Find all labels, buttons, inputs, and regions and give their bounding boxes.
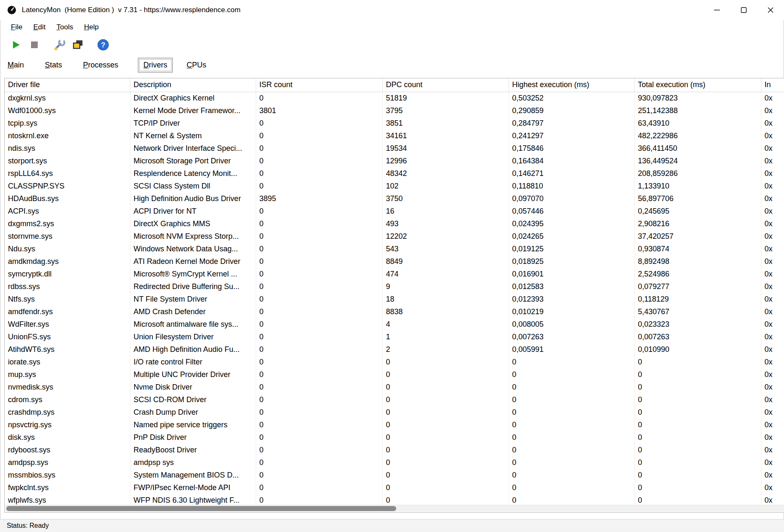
table-row[interactable]: amdkmdag.sys ATI Radeon Kernel Mode Driv… [5, 255, 784, 268]
column-header-clipped[interactable]: In [761, 78, 784, 92]
column-header-description[interactable]: Description [130, 78, 256, 92]
horizontal-scrollbar[interactable] [5, 505, 784, 512]
table-row[interactable]: fwpkclnt.sys FWP/IPsec Kernel-Mode API 0… [5, 481, 784, 494]
table-row[interactable]: WdFilter.sys Microsoft antimalware file … [5, 318, 784, 331]
cell-description: AMD High Definition Audio Fu... [130, 343, 256, 356]
cell-driver-file: storport.sys [5, 155, 130, 167]
tab-drivers-accel: D [143, 61, 149, 69]
cell-description: Microsoft Storage Port Driver [130, 155, 256, 167]
column-header-isr-count[interactable]: ISR count [256, 78, 382, 92]
table-row[interactable]: Wdf01000.sys Kernel Mode Driver Framewor… [5, 104, 784, 117]
tab-main[interactable]: Main [6, 58, 25, 72]
cell-dpc-count: 543 [382, 243, 509, 255]
table-row[interactable]: iorate.sys I/O rate control Filter 0 0 0… [5, 356, 784, 368]
cell-dpc-count: 0 [382, 393, 509, 406]
start-monitoring-button[interactable] [7, 36, 25, 54]
cell-isr-count: 0 [256, 180, 382, 192]
cell-driver-file: symcryptk.dll [5, 268, 130, 280]
column-header-total-execution[interactable]: Total execution (ms) [634, 78, 761, 92]
maximize-button[interactable] [730, 0, 757, 20]
cell-total-execution: 0 [634, 356, 761, 368]
menu-tools[interactable]: Tools [52, 21, 78, 33]
cell-isr-count: 0 [256, 368, 382, 381]
table-row[interactable]: mup.sys Multiple UNC Provider Driver 0 0… [5, 368, 784, 381]
help-button[interactable]: ? [94, 36, 112, 54]
menu-help[interactable]: Help [80, 21, 103, 33]
cell-isr-count: 0 [256, 393, 382, 406]
table-row[interactable]: ACPI.sys ACPI Driver for NT 0 16 0,05744… [5, 205, 784, 217]
table-row[interactable]: crashdmp.sys Crash Dump Driver 0 0 0 0 0… [5, 406, 784, 418]
stop-monitoring-button[interactable] [25, 36, 44, 54]
table-row[interactable]: UnionFS.sys Union Filesystem Driver 0 1 … [5, 331, 784, 343]
table-row[interactable]: stornvme.sys Microsoft NVM Express Storp… [5, 230, 784, 243]
table-row[interactable]: AtihdWT6.sys AMD High Definition Audio F… [5, 343, 784, 356]
menu-file[interactable]: File [7, 21, 26, 33]
cell-dpc-count: 3795 [382, 104, 509, 117]
minimize-icon [713, 6, 721, 14]
table-row[interactable]: dxgmms2.sys DirectX Graphics MMS 0 493 0… [5, 217, 784, 230]
column-header-highest-execution[interactable]: Highest execution (ms) [509, 78, 634, 92]
table-row[interactable]: disk.sys PnP Disk Driver 0 0 0 0 0x [5, 431, 784, 444]
cell-driver-file: fwpkclnt.sys [5, 481, 130, 494]
cell-isr-count: 0 [256, 205, 382, 217]
cell-total-execution: 8,892498 [634, 255, 761, 268]
horizontal-scrollbar-thumb[interactable] [6, 506, 396, 511]
minimize-button[interactable] [704, 0, 730, 20]
cell-clipped: 0x [761, 192, 784, 205]
table-row[interactable]: rdbss.sys Redirected Drive Buffering Su.… [5, 280, 784, 293]
cell-description: High Definition Audio Bus Driver [130, 192, 256, 205]
cell-description: Microsoft NVM Express Storp... [130, 230, 256, 243]
column-header-dpc-count[interactable]: DPC count [382, 78, 509, 92]
tab-cpus[interactable]: CPUs [185, 58, 208, 72]
table-row[interactable]: dxgkrnl.sys DirectX Graphics Kernel 0 51… [5, 92, 784, 104]
cell-isr-count: 0 [256, 167, 382, 180]
close-button[interactable] [757, 0, 784, 20]
cell-clipped: 0x [761, 469, 784, 481]
cell-description: Microsoft® SymCrypt Kernel ... [130, 268, 256, 280]
cell-driver-file: amdfendr.sys [5, 305, 130, 318]
table-row[interactable]: HDAudBus.sys High Definition Audio Bus D… [5, 192, 784, 205]
table-row[interactable]: cdrom.sys SCSI CD-ROM Driver 0 0 0 0 0x [5, 393, 784, 406]
cell-total-execution: 0,010990 [634, 343, 761, 356]
table-row[interactable]: tcpip.sys TCP/IP Driver 0 3851 0,284797 … [5, 117, 784, 129]
cell-description: Union Filesystem Driver [130, 331, 256, 343]
cell-total-execution: 0 [634, 431, 761, 444]
cell-total-execution: 63,43910 [634, 117, 761, 129]
title-bar[interactable]: LatencyMon (Home Edition ) v 7.31 - http… [0, 0, 784, 20]
cell-highest-execution: 0,007263 [509, 331, 634, 343]
table-row[interactable]: storport.sys Microsoft Storage Port Driv… [5, 155, 784, 167]
cell-dpc-count: 0 [382, 481, 509, 494]
table-row[interactable]: rdyboost.sys ReadyBoost Driver 0 0 0 0 0… [5, 444, 784, 456]
table-row[interactable]: ndis.sys Network Driver Interface Speci.… [5, 142, 784, 155]
table-row[interactable]: Ndu.sys Windows Network Data Usag... 0 5… [5, 243, 784, 255]
cell-dpc-count: 12996 [382, 155, 509, 167]
tab-drivers[interactable]: Drivers [138, 58, 173, 72]
table-row[interactable]: symcryptk.dll Microsoft® SymCrypt Kernel… [5, 268, 784, 280]
tab-stats[interactable]: Stats [44, 58, 63, 72]
options-button[interactable] [50, 36, 69, 54]
cell-clipped: 0x [761, 142, 784, 155]
report-button[interactable] [69, 36, 87, 54]
table-row[interactable]: Ntfs.sys NT File System Driver 0 18 0,01… [5, 293, 784, 305]
cell-isr-count: 3801 [256, 104, 382, 117]
cell-clipped: 0x [761, 456, 784, 469]
table-row[interactable]: amdfendr.sys AMD Crash Defender 0 8838 0… [5, 305, 784, 318]
cell-driver-file: CLASSPNP.SYS [5, 180, 130, 192]
table-row[interactable]: nvmedisk.sys Nvme Disk Driver 0 0 0 0 0x [5, 381, 784, 393]
table-row[interactable]: mssmbios.sys System Management BIOS D...… [5, 469, 784, 481]
cell-highest-execution: 0 [509, 456, 634, 469]
cell-highest-execution: 0,005991 [509, 343, 634, 356]
tab-processes[interactable]: Processes [82, 58, 119, 72]
cell-total-execution: 251,142388 [634, 104, 761, 117]
column-header-driver-file[interactable]: Driver file [5, 78, 130, 92]
table-row[interactable]: ntoskrnl.exe NT Kernel & System 0 34161 … [5, 129, 784, 142]
cell-highest-execution: 0,284797 [509, 117, 634, 129]
table-row[interactable]: CLASSPNP.SYS SCSI Class System Dll 0 102… [5, 180, 784, 192]
table-row[interactable]: amdpsp.sys amdpsp sys 0 0 0 0 0x [5, 456, 784, 469]
menu-edit[interactable]: Edit [29, 21, 49, 33]
play-icon [10, 39, 21, 50]
cell-dpc-count: 0 [382, 469, 509, 481]
cell-dpc-count: 19534 [382, 142, 509, 155]
table-row[interactable]: rspLLL64.sys Resplendence Latency Monit.… [5, 167, 784, 180]
table-row[interactable]: npsvctrig.sys Named pipe service trigger… [5, 418, 784, 431]
